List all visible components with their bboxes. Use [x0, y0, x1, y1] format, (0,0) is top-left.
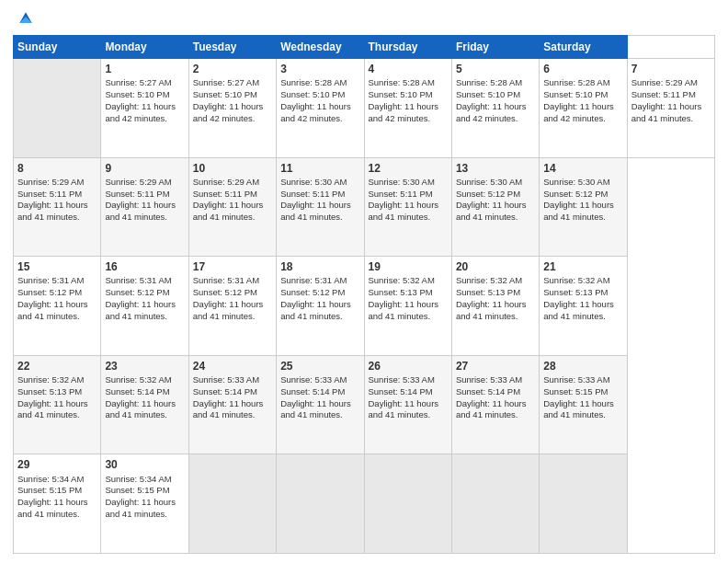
day-header-wednesday: Wednesday	[277, 36, 364, 59]
table-row: 27Sunrise: 5:33 AMSunset: 5:14 PMDayligh…	[451, 355, 539, 454]
sunset-label: Sunset: 5:11 PM	[105, 189, 169, 199]
sunrise-label: Sunrise: 5:32 AM	[17, 374, 84, 385]
daylight-label: Daylight: 11 hours and 41 minutes.	[193, 299, 264, 321]
sunset-label: Sunset: 5:10 PM	[369, 89, 433, 99]
day-header-tuesday: Tuesday	[188, 36, 276, 59]
daylight-label: Daylight: 11 hours and 42 minutes.	[105, 101, 176, 123]
sunset-label: Sunset: 5:11 PM	[280, 189, 345, 199]
daylight-label: Daylight: 11 hours and 41 minutes.	[543, 398, 614, 420]
sunrise-label: Sunrise: 5:34 AM	[17, 474, 84, 484]
sunset-label: Sunset: 5:10 PM	[193, 89, 257, 99]
table-row: 18Sunrise: 5:31 AMSunset: 5:12 PMDayligh…	[277, 257, 364, 356]
sunrise-label: Sunrise: 5:30 AM	[456, 177, 522, 187]
table-row: 5Sunrise: 5:28 AMSunset: 5:10 PMDaylight…	[451, 59, 539, 158]
day-header-sunday: Sunday	[14, 36, 101, 59]
sunrise-label: Sunrise: 5:30 AM	[280, 177, 347, 187]
calendar-header-row: SundayMondayTuesdayWednesdayThursdayFrid…	[14, 36, 715, 59]
day-number: 16	[105, 259, 184, 274]
daylight-label: Daylight: 11 hours and 42 minutes.	[280, 101, 351, 123]
sunrise-label: Sunrise: 5:33 AM	[543, 374, 609, 385]
calendar-week-4: 22Sunrise: 5:32 AMSunset: 5:13 PMDayligh…	[14, 355, 715, 454]
calendar-week-3: 15Sunrise: 5:31 AMSunset: 5:12 PMDayligh…	[14, 257, 715, 356]
calendar-week-2: 8Sunrise: 5:29 AMSunset: 5:11 PMDaylight…	[14, 157, 715, 257]
daylight-label: Daylight: 11 hours and 41 minutes.	[17, 497, 88, 519]
calendar-week-5: 29Sunrise: 5:34 AMSunset: 5:15 PMDayligh…	[14, 454, 715, 554]
daylight-label: Daylight: 11 hours and 41 minutes.	[193, 398, 264, 420]
table-row: 21Sunrise: 5:32 AMSunset: 5:13 PMDayligh…	[540, 257, 627, 356]
table-row: 24Sunrise: 5:33 AMSunset: 5:14 PMDayligh…	[188, 355, 276, 454]
sunrise-label: Sunrise: 5:28 AM	[280, 77, 347, 87]
calendar-body: 1Sunrise: 5:27 AMSunset: 5:10 PMDaylight…	[14, 59, 715, 554]
table-row: 30Sunrise: 5:34 AMSunset: 5:15 PMDayligh…	[101, 454, 188, 554]
daylight-label: Daylight: 11 hours and 41 minutes.	[280, 299, 351, 321]
sunset-label: Sunset: 5:10 PM	[105, 89, 169, 99]
day-number: 22	[17, 359, 97, 373]
table-row: 25Sunrise: 5:33 AMSunset: 5:14 PMDayligh…	[277, 355, 364, 454]
table-row: 22Sunrise: 5:32 AMSunset: 5:13 PMDayligh…	[14, 355, 101, 454]
day-number: 5	[456, 62, 535, 76]
sunrise-label: Sunrise: 5:29 AM	[17, 177, 84, 187]
table-row: 7Sunrise: 5:29 AMSunset: 5:11 PMDaylight…	[627, 59, 714, 158]
table-row: 26Sunrise: 5:33 AMSunset: 5:14 PMDayligh…	[364, 355, 451, 454]
daylight-label: Daylight: 11 hours and 41 minutes.	[193, 200, 264, 222]
daylight-label: Daylight: 11 hours and 41 minutes.	[369, 299, 439, 321]
daylight-label: Daylight: 11 hours and 41 minutes.	[543, 200, 614, 222]
table-row: 9Sunrise: 5:29 AMSunset: 5:11 PMDaylight…	[101, 157, 188, 257]
day-number: 18	[280, 259, 359, 274]
day-number: 26	[369, 359, 448, 373]
sunset-label: Sunset: 5:14 PM	[369, 386, 433, 396]
table-row: 13Sunrise: 5:30 AMSunset: 5:12 PMDayligh…	[451, 157, 539, 257]
table-row: 17Sunrise: 5:31 AMSunset: 5:12 PMDayligh…	[188, 257, 276, 356]
daylight-label: Daylight: 11 hours and 41 minutes.	[280, 200, 351, 222]
sunset-label: Sunset: 5:12 PM	[280, 287, 345, 297]
page: SundayMondayTuesdayWednesdayThursdayFrid…	[0, 0, 728, 563]
table-row	[277, 454, 364, 554]
table-row: 28Sunrise: 5:33 AMSunset: 5:15 PMDayligh…	[540, 355, 627, 454]
sunset-label: Sunset: 5:15 PM	[17, 485, 82, 495]
table-row: 3Sunrise: 5:28 AMSunset: 5:10 PMDaylight…	[277, 59, 364, 158]
sunrise-label: Sunrise: 5:33 AM	[280, 374, 347, 385]
day-number: 13	[456, 161, 535, 176]
sunrise-label: Sunrise: 5:30 AM	[369, 177, 435, 187]
sunset-label: Sunset: 5:13 PM	[543, 287, 608, 297]
sunrise-label: Sunrise: 5:28 AM	[369, 77, 435, 87]
table-row: 6Sunrise: 5:28 AMSunset: 5:10 PMDaylight…	[540, 59, 627, 158]
day-number: 20	[456, 259, 535, 274]
table-row	[451, 454, 539, 554]
daylight-label: Daylight: 11 hours and 42 minutes.	[193, 101, 264, 123]
daylight-label: Daylight: 11 hours and 42 minutes.	[543, 101, 614, 123]
table-row: 10Sunrise: 5:29 AMSunset: 5:11 PMDayligh…	[188, 157, 276, 257]
day-number: 25	[280, 359, 359, 373]
day-number: 19	[369, 259, 448, 274]
sunrise-label: Sunrise: 5:31 AM	[280, 275, 347, 285]
sunset-label: Sunset: 5:11 PM	[369, 189, 433, 199]
sunset-label: Sunset: 5:10 PM	[280, 89, 345, 99]
sunrise-label: Sunrise: 5:28 AM	[543, 77, 609, 87]
daylight-label: Daylight: 11 hours and 41 minutes.	[105, 299, 176, 321]
table-row: 1Sunrise: 5:27 AMSunset: 5:10 PMDaylight…	[101, 59, 188, 158]
table-row: 12Sunrise: 5:30 AMSunset: 5:11 PMDayligh…	[364, 157, 451, 257]
sunrise-label: Sunrise: 5:32 AM	[105, 374, 171, 385]
sunrise-label: Sunrise: 5:27 AM	[105, 77, 171, 87]
table-row: 8Sunrise: 5:29 AMSunset: 5:11 PMDaylight…	[14, 157, 101, 257]
daylight-label: Daylight: 11 hours and 41 minutes.	[631, 101, 702, 123]
day-number: 9	[105, 161, 184, 176]
sunrise-label: Sunrise: 5:32 AM	[369, 275, 435, 285]
daylight-label: Daylight: 11 hours and 41 minutes.	[456, 299, 527, 321]
day-number: 28	[543, 359, 622, 373]
daylight-label: Daylight: 11 hours and 41 minutes.	[17, 299, 88, 321]
day-number: 27	[456, 359, 535, 373]
sunset-label: Sunset: 5:12 PM	[193, 287, 257, 297]
sunrise-label: Sunrise: 5:33 AM	[193, 374, 259, 385]
sunset-label: Sunset: 5:14 PM	[105, 386, 169, 396]
sunset-label: Sunset: 5:11 PM	[193, 189, 257, 199]
table-row: 15Sunrise: 5:31 AMSunset: 5:12 PMDayligh…	[14, 257, 101, 356]
sunset-label: Sunset: 5:12 PM	[105, 287, 169, 297]
sunset-label: Sunset: 5:12 PM	[543, 189, 608, 199]
sunrise-label: Sunrise: 5:33 AM	[369, 374, 435, 385]
table-row: 29Sunrise: 5:34 AMSunset: 5:15 PMDayligh…	[14, 454, 101, 554]
empty-cell	[14, 59, 101, 158]
sunset-label: Sunset: 5:11 PM	[631, 89, 696, 99]
day-number: 14	[543, 161, 622, 176]
day-number: 29	[17, 457, 97, 472]
